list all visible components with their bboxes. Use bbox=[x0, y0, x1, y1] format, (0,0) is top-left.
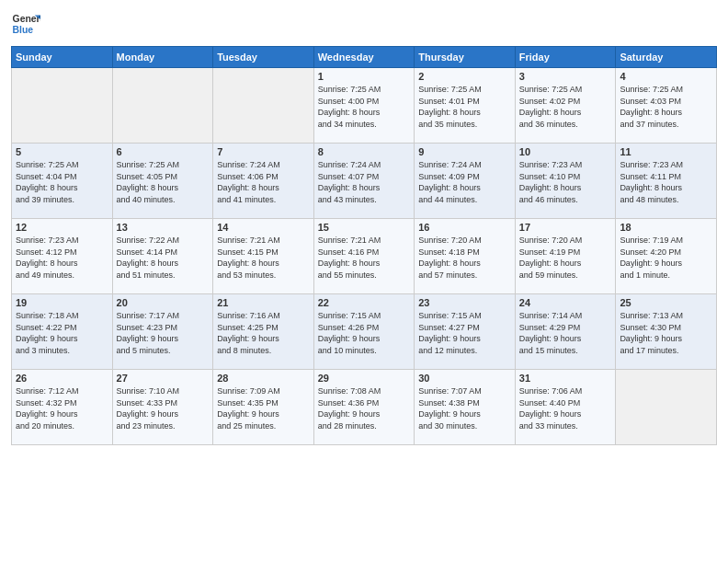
calendar-cell: 13Sunrise: 7:22 AM Sunset: 4:14 PM Dayli… bbox=[112, 219, 213, 294]
calendar-cell: 10Sunrise: 7:23 AM Sunset: 4:10 PM Dayli… bbox=[515, 144, 616, 219]
day-number: 6 bbox=[117, 146, 210, 157]
logo: General Blue bbox=[11, 9, 40, 39]
day-number: 2 bbox=[418, 71, 511, 82]
day-info: Sunrise: 7:23 AM Sunset: 4:10 PM Dayligh… bbox=[519, 159, 612, 205]
calendar-cell: 26Sunrise: 7:12 AM Sunset: 4:32 PM Dayli… bbox=[12, 370, 113, 445]
calendar-cell: 17Sunrise: 7:20 AM Sunset: 4:19 PM Dayli… bbox=[515, 219, 616, 294]
day-info: Sunrise: 7:17 AM Sunset: 4:23 PM Dayligh… bbox=[117, 310, 210, 356]
calendar-container: General Blue SundayMondayTuesdayWednesda… bbox=[0, 0, 728, 563]
day-info: Sunrise: 7:25 AM Sunset: 4:05 PM Dayligh… bbox=[117, 159, 210, 205]
weekday-header-monday: Monday bbox=[112, 47, 213, 68]
calendar-week-row: 12Sunrise: 7:23 AM Sunset: 4:12 PM Dayli… bbox=[12, 219, 717, 294]
weekday-header-tuesday: Tuesday bbox=[213, 47, 314, 68]
day-info: Sunrise: 7:21 AM Sunset: 4:16 PM Dayligh… bbox=[318, 235, 411, 281]
svg-text:Blue: Blue bbox=[13, 25, 34, 35]
day-info: Sunrise: 7:24 AM Sunset: 4:09 PM Dayligh… bbox=[418, 159, 511, 205]
calendar-week-row: 1Sunrise: 7:25 AM Sunset: 4:00 PM Daylig… bbox=[12, 68, 717, 144]
calendar-cell: 7Sunrise: 7:24 AM Sunset: 4:06 PM Daylig… bbox=[213, 144, 314, 219]
calendar-cell: 2Sunrise: 7:25 AM Sunset: 4:01 PM Daylig… bbox=[415, 68, 516, 144]
calendar-cell: 12Sunrise: 7:23 AM Sunset: 4:12 PM Dayli… bbox=[12, 219, 113, 294]
calendar-cell: 20Sunrise: 7:17 AM Sunset: 4:23 PM Dayli… bbox=[112, 294, 213, 370]
day-info: Sunrise: 7:08 AM Sunset: 4:36 PM Dayligh… bbox=[318, 385, 411, 431]
calendar-table: SundayMondayTuesdayWednesdayThursdayFrid… bbox=[11, 46, 717, 445]
calendar-cell: 18Sunrise: 7:19 AM Sunset: 4:20 PM Dayli… bbox=[616, 219, 717, 294]
day-info: Sunrise: 7:25 AM Sunset: 4:00 PM Dayligh… bbox=[318, 84, 411, 130]
day-info: Sunrise: 7:22 AM Sunset: 4:14 PM Dayligh… bbox=[117, 235, 210, 281]
calendar-cell: 8Sunrise: 7:24 AM Sunset: 4:07 PM Daylig… bbox=[313, 144, 415, 219]
calendar-cell: 16Sunrise: 7:20 AM Sunset: 4:18 PM Dayli… bbox=[415, 219, 516, 294]
day-number: 15 bbox=[318, 222, 411, 233]
weekday-header-wednesday: Wednesday bbox=[313, 47, 415, 68]
day-number: 22 bbox=[318, 297, 411, 308]
day-info: Sunrise: 7:13 AM Sunset: 4:30 PM Dayligh… bbox=[620, 310, 712, 356]
calendar-cell: 25Sunrise: 7:13 AM Sunset: 4:30 PM Dayli… bbox=[616, 294, 717, 370]
calendar-cell: 22Sunrise: 7:15 AM Sunset: 4:26 PM Dayli… bbox=[313, 294, 415, 370]
day-number: 17 bbox=[519, 222, 612, 233]
day-number: 28 bbox=[217, 373, 310, 384]
day-info: Sunrise: 7:18 AM Sunset: 4:22 PM Dayligh… bbox=[16, 310, 108, 356]
calendar-cell: 27Sunrise: 7:10 AM Sunset: 4:33 PM Dayli… bbox=[112, 370, 213, 445]
calendar-cell: 15Sunrise: 7:21 AM Sunset: 4:16 PM Dayli… bbox=[313, 219, 415, 294]
calendar-cell: 19Sunrise: 7:18 AM Sunset: 4:22 PM Dayli… bbox=[12, 294, 113, 370]
day-info: Sunrise: 7:14 AM Sunset: 4:29 PM Dayligh… bbox=[519, 310, 612, 356]
day-info: Sunrise: 7:25 AM Sunset: 4:02 PM Dayligh… bbox=[519, 84, 612, 130]
calendar-cell: 28Sunrise: 7:09 AM Sunset: 4:35 PM Dayli… bbox=[213, 370, 314, 445]
day-number: 10 bbox=[519, 146, 612, 157]
calendar-cell bbox=[12, 68, 113, 144]
day-number: 11 bbox=[620, 146, 712, 157]
weekday-header-sunday: Sunday bbox=[12, 47, 113, 68]
day-number: 9 bbox=[418, 146, 511, 157]
calendar-cell: 3Sunrise: 7:25 AM Sunset: 4:02 PM Daylig… bbox=[515, 68, 616, 144]
day-info: Sunrise: 7:25 AM Sunset: 4:01 PM Dayligh… bbox=[418, 84, 511, 130]
calendar-cell bbox=[112, 68, 213, 144]
day-info: Sunrise: 7:23 AM Sunset: 4:11 PM Dayligh… bbox=[620, 159, 712, 205]
day-info: Sunrise: 7:06 AM Sunset: 4:40 PM Dayligh… bbox=[519, 385, 612, 431]
calendar-cell: 23Sunrise: 7:15 AM Sunset: 4:27 PM Dayli… bbox=[415, 294, 516, 370]
day-info: Sunrise: 7:10 AM Sunset: 4:33 PM Dayligh… bbox=[117, 385, 210, 431]
calendar-cell: 4Sunrise: 7:25 AM Sunset: 4:03 PM Daylig… bbox=[616, 68, 717, 144]
day-info: Sunrise: 7:07 AM Sunset: 4:38 PM Dayligh… bbox=[418, 385, 511, 431]
logo-icon: General Blue bbox=[11, 9, 40, 39]
calendar-cell bbox=[616, 370, 717, 445]
day-number: 29 bbox=[318, 373, 411, 384]
day-number: 14 bbox=[217, 222, 310, 233]
day-number: 27 bbox=[117, 373, 210, 384]
day-info: Sunrise: 7:09 AM Sunset: 4:35 PM Dayligh… bbox=[217, 385, 310, 431]
calendar-cell: 24Sunrise: 7:14 AM Sunset: 4:29 PM Dayli… bbox=[515, 294, 616, 370]
calendar-cell: 31Sunrise: 7:06 AM Sunset: 4:40 PM Dayli… bbox=[515, 370, 616, 445]
calendar-cell: 6Sunrise: 7:25 AM Sunset: 4:05 PM Daylig… bbox=[112, 144, 213, 219]
calendar-cell: 14Sunrise: 7:21 AM Sunset: 4:15 PM Dayli… bbox=[213, 219, 314, 294]
day-info: Sunrise: 7:12 AM Sunset: 4:32 PM Dayligh… bbox=[16, 385, 108, 431]
day-number: 26 bbox=[16, 373, 108, 384]
weekday-header-thursday: Thursday bbox=[415, 47, 516, 68]
day-number: 16 bbox=[418, 222, 511, 233]
day-info: Sunrise: 7:20 AM Sunset: 4:18 PM Dayligh… bbox=[418, 235, 511, 281]
day-number: 30 bbox=[418, 373, 511, 384]
calendar-cell: 21Sunrise: 7:16 AM Sunset: 4:25 PM Dayli… bbox=[213, 294, 314, 370]
calendar-week-row: 5Sunrise: 7:25 AM Sunset: 4:04 PM Daylig… bbox=[12, 144, 717, 219]
calendar-cell: 29Sunrise: 7:08 AM Sunset: 4:36 PM Dayli… bbox=[313, 370, 415, 445]
weekday-header-row: SundayMondayTuesdayWednesdayThursdayFrid… bbox=[12, 47, 717, 68]
day-number: 24 bbox=[519, 297, 612, 308]
day-info: Sunrise: 7:25 AM Sunset: 4:04 PM Dayligh… bbox=[16, 159, 108, 205]
weekday-header-friday: Friday bbox=[515, 47, 616, 68]
day-info: Sunrise: 7:20 AM Sunset: 4:19 PM Dayligh… bbox=[519, 235, 612, 281]
day-number: 8 bbox=[318, 146, 411, 157]
day-number: 1 bbox=[318, 71, 411, 82]
calendar-cell: 5Sunrise: 7:25 AM Sunset: 4:04 PM Daylig… bbox=[12, 144, 113, 219]
calendar-week-row: 19Sunrise: 7:18 AM Sunset: 4:22 PM Dayli… bbox=[12, 294, 717, 370]
day-number: 20 bbox=[117, 297, 210, 308]
calendar-cell: 30Sunrise: 7:07 AM Sunset: 4:38 PM Dayli… bbox=[415, 370, 516, 445]
day-info: Sunrise: 7:24 AM Sunset: 4:06 PM Dayligh… bbox=[217, 159, 310, 205]
day-info: Sunrise: 7:15 AM Sunset: 4:26 PM Dayligh… bbox=[318, 310, 411, 356]
day-number: 23 bbox=[418, 297, 511, 308]
day-info: Sunrise: 7:24 AM Sunset: 4:07 PM Dayligh… bbox=[318, 159, 411, 205]
day-number: 21 bbox=[217, 297, 310, 308]
header: General Blue bbox=[11, 9, 717, 39]
day-info: Sunrise: 7:21 AM Sunset: 4:15 PM Dayligh… bbox=[217, 235, 310, 281]
day-number: 5 bbox=[16, 146, 108, 157]
day-number: 19 bbox=[16, 297, 108, 308]
day-number: 13 bbox=[117, 222, 210, 233]
day-info: Sunrise: 7:25 AM Sunset: 4:03 PM Dayligh… bbox=[620, 84, 712, 130]
calendar-cell bbox=[213, 68, 314, 144]
